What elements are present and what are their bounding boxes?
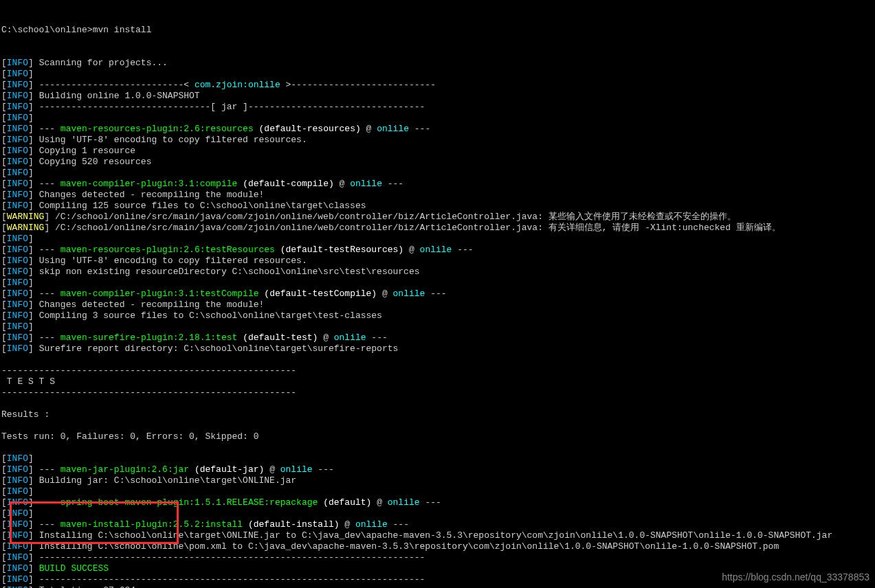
terminal-line: [INFO] — [1, 486, 874, 497]
terminal-line: [INFO] — [1, 508, 874, 519]
text-segment: onlile — [355, 519, 388, 530]
terminal-window[interactable]: C:\school\online>mvn install [INFO] Scan… — [0, 0, 875, 588]
text-segment: [ — [1, 157, 7, 167]
text-segment: --- — [39, 289, 60, 299]
text-segment: --- — [313, 464, 334, 475]
text-segment: INFO — [7, 278, 28, 288]
text-segment: maven-compiler-plugin:3.1:compile — [60, 179, 237, 189]
text-segment: ----------------------------------------… — [1, 387, 296, 398]
text-segment: ] — [28, 278, 34, 288]
text-segment: INFO — [7, 541, 28, 552]
text-segment: --- — [39, 179, 60, 189]
text-segment: INFO — [7, 585, 28, 588]
text-segment: onlile — [334, 332, 366, 343]
text-segment: @ — [264, 464, 280, 475]
text-segment: ] — [28, 168, 34, 178]
text-segment: @ — [371, 497, 387, 508]
text-segment: [ — [1, 102, 7, 112]
text-segment: --- — [452, 245, 473, 255]
text-segment: --- — [420, 497, 441, 508]
text-segment: @ — [340, 519, 355, 530]
terminal-line: [INFO] --- spring-boot-maven-plugin:1.5.… — [1, 497, 874, 508]
terminal-line: [INFO] --------------------------------[… — [1, 102, 874, 113]
watermark-text: https://blog.csdn.net/qq_33378853 — [722, 572, 870, 583]
text-segment: [ — [1, 69, 7, 79]
text-segment: INFO — [7, 58, 28, 68]
terminal-line: [INFO] Copying 1 resource — [1, 146, 874, 157]
text-segment: ] Using 'UTF-8' encoding to copy filtere… — [28, 256, 307, 266]
text-segment: maven-compiler-plugin:3.1:testCompile — [60, 289, 259, 299]
text-segment: [ — [1, 201, 7, 211]
text-segment: [ — [1, 332, 7, 343]
text-segment: maven-surefire-plugin:2.18.1:test — [60, 332, 237, 343]
terminal-line: [INFO] Surefire report directory: C:\sch… — [1, 343, 874, 354]
text-segment: INFO — [7, 245, 28, 255]
terminal-line: [INFO] — [1, 113, 874, 124]
text-segment — [254, 124, 259, 134]
text-segment: ] Changes detected - recompiling the mod… — [28, 299, 264, 310]
text-segment: ] Surefire report directory: C:\school\o… — [28, 343, 398, 354]
text-segment: (default-install) — [248, 519, 340, 530]
text-segment — [275, 245, 280, 255]
text-segment: ] — [28, 289, 39, 299]
text-segment: T E S T S — [1, 376, 55, 387]
text-segment: @ — [403, 245, 419, 255]
text-segment: Results : — [1, 409, 49, 420]
text-segment: --- — [382, 179, 403, 189]
text-segment: INFO — [7, 310, 28, 321]
text-segment — [237, 179, 243, 189]
text-segment: INFO — [7, 453, 28, 464]
terminal-line: [INFO] skip non existing resourceDirecto… — [1, 267, 874, 278]
text-segment: INFO — [7, 464, 28, 475]
text-segment: INFO — [7, 530, 28, 541]
text-segment: ] /C:/school/online/src/main/java/com/zj… — [44, 223, 780, 233]
text-segment: ] Scanning for projects... — [28, 58, 168, 68]
text-segment: [ — [1, 267, 7, 277]
terminal-line: T E S T S — [1, 376, 874, 387]
text-segment: [ — [1, 574, 7, 585]
text-segment: [ — [1, 135, 7, 145]
text-segment: [ — [1, 289, 7, 299]
text-segment: [ — [1, 519, 7, 530]
terminal-line: Tests run: 0, Failures: 0, Errors: 0, Sk… — [1, 431, 874, 442]
text-segment: INFO — [7, 563, 28, 574]
text-segment: ] — [28, 563, 39, 574]
text-segment: (default-compile) — [243, 179, 334, 189]
text-segment: [ — [1, 190, 7, 200]
terminal-line: [INFO] Compiling 3 source files to C:\sc… — [1, 310, 874, 321]
text-segment: INFO — [7, 475, 28, 486]
terminal-line: ----------------------------------------… — [1, 365, 874, 376]
text-segment: ] Using 'UTF-8' encoding to copy filtere… — [28, 135, 307, 145]
text-segment: ] skip non existing resourceDirectory C:… — [28, 267, 420, 277]
text-segment: spring-boot-maven-plugin:1.5.1.RELEASE:r… — [60, 497, 318, 508]
text-segment: (default-test) — [243, 332, 318, 343]
text-segment: onlile — [393, 289, 425, 299]
text-segment: @ — [334, 179, 350, 189]
text-segment: ] --------------------------------[ jar … — [28, 102, 425, 112]
terminal-line — [1, 420, 874, 431]
text-segment: INFO — [7, 124, 28, 134]
text-segment: [ — [1, 541, 7, 552]
terminal-line: [INFO] Building online 1.0.0-SNAPSHOT — [1, 91, 874, 102]
text-segment: INFO — [7, 146, 28, 156]
text-segment — [243, 519, 248, 530]
text-segment: [ — [1, 453, 7, 464]
text-segment: onlile — [388, 497, 420, 508]
text-segment: ] — [28, 69, 34, 79]
terminal-line: [INFO] — [1, 69, 874, 80]
text-segment: ] ---------------------------< — [28, 80, 195, 90]
text-segment: [ — [1, 113, 7, 123]
prompt-line: C:\school\online>mvn install — [1, 25, 874, 36]
text-segment: INFO — [7, 299, 28, 310]
terminal-line: Results : — [1, 409, 874, 420]
text-segment: maven-install-plugin:2.5.2:install — [60, 519, 243, 530]
text-segment: --- — [39, 464, 60, 475]
text-segment: ] — [28, 519, 39, 530]
text-segment: [ — [1, 486, 7, 497]
text-segment: --- — [409, 124, 430, 134]
text-segment: WARNING — [7, 223, 45, 233]
text-segment: INFO — [7, 91, 28, 101]
text-segment: Tests run: 0, Failures: 0, Errors: 0, Sk… — [1, 431, 258, 442]
text-segment: [ — [1, 530, 7, 541]
text-segment: ----------------------------------------… — [39, 552, 425, 563]
